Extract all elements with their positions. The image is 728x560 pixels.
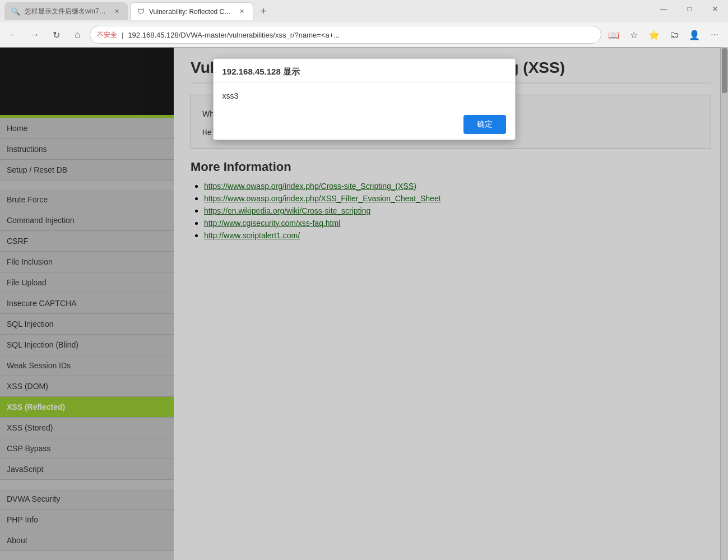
address-box[interactable]: 不安全 | 192.168.45.128/DVWA-master/vulnera… (90, 26, 601, 44)
modal-body: xss3 (214, 82, 515, 109)
toolbar-icons: 📖 ☆ ⭐ 🗂 👤 ··· (605, 26, 724, 44)
tab-2-close[interactable]: ✕ (237, 7, 246, 16)
new-tab-button[interactable]: + (256, 3, 271, 19)
tab-1[interactable]: 🔍 怎样显示文件后缀名win7_百度搜... ✕ (4, 2, 128, 20)
tab-1-title: 怎样显示文件后缀名win7_百度搜... (25, 7, 108, 16)
modal-header: 192.168.45.128 显示 (214, 59, 515, 82)
collections-icon[interactable]: 🗂 (665, 26, 683, 44)
home-button[interactable]: ⌂ (68, 26, 86, 44)
address-bar-row: ← → ↻ ⌂ 不安全 | 192.168.45.128/DVWA-master… (0, 22, 728, 47)
address-url: 192.168.45.128/DVWA-master/vulnerabiliti… (128, 31, 594, 39)
close-button[interactable]: ✕ (702, 0, 728, 18)
minimize-button[interactable]: — (651, 0, 676, 18)
tab-bar: 🔍 怎样显示文件后缀名win7_百度搜... ✕ 🛡 Vulnerability… (0, 0, 728, 22)
forward-button[interactable]: → (26, 26, 44, 44)
tab-2-title: Vulnerability: Reflected Cross Site... (149, 8, 233, 16)
tab-1-close[interactable]: ✕ (112, 7, 121, 16)
maximize-button[interactable]: □ (676, 0, 702, 18)
tab-2[interactable]: 🛡 Vulnerability: Reflected Cross Site...… (130, 2, 253, 20)
back-button[interactable]: ← (4, 26, 22, 44)
modal-box: 192.168.45.128 显示 xss3 确定 (213, 58, 516, 140)
refresh-button[interactable]: ↻ (47, 26, 65, 44)
more-menu-icon[interactable]: ··· (706, 26, 724, 44)
favorites-bar-icon[interactable]: ⭐ (645, 26, 663, 44)
favorites-icon[interactable]: ☆ (625, 26, 643, 44)
tab-2-favicon: 🛡 (137, 7, 145, 16)
security-indicator: 不安全 (97, 30, 117, 40)
profile-icon[interactable]: 👤 (685, 26, 703, 44)
translate-icon[interactable]: 📖 (605, 26, 623, 44)
modal-footer: 确定 (214, 109, 515, 140)
tab-1-favicon: 🔍 (11, 7, 20, 16)
modal-overlay: 192.168.45.128 显示 xss3 确定 (0, 47, 728, 560)
modal-ok-button[interactable]: 确定 (463, 115, 506, 134)
